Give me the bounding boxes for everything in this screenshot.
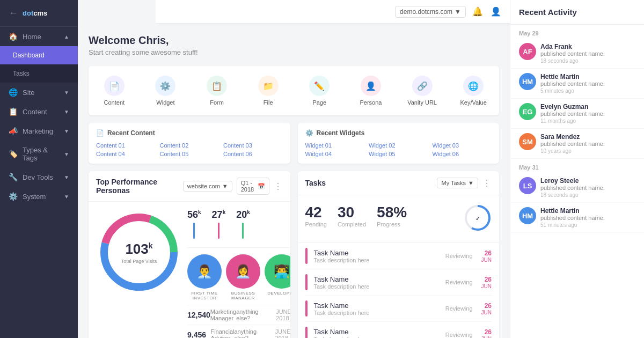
user-avatar-icon[interactable]: 👤 <box>491 6 501 17</box>
sidebar-item-home[interactable]: 🏠 Home ▲ <box>0 27 78 46</box>
task-name-2: Task Name <box>314 275 445 283</box>
ra-action-hettie2: published content name. <box>540 215 635 221</box>
sidebar-content-label: Content <box>23 108 47 116</box>
qa-form[interactable]: 📋 Form <box>191 71 243 110</box>
task-date-3: 26 JUN <box>481 302 492 315</box>
recent-widgets-card: ⚙️ Recent Widgets Widget 01 Widget 02 Wi… <box>298 123 500 164</box>
sidebar-home-label: Home <box>23 33 41 41</box>
sidebar-item-tasks[interactable]: Tasks <box>0 64 78 83</box>
domain-selector[interactable]: demo.dotcms.com ▼ <box>395 6 466 18</box>
ra-item-leroy: LS Leroy Steele published content name. … <box>510 173 644 203</box>
progress-circle: ✓ <box>464 204 492 234</box>
recent-widget-03[interactable]: Widget 03 <box>433 142 492 149</box>
recent-activity-title: Recent Activity <box>510 0 644 25</box>
tasks-filter-arrow: ▼ <box>468 180 474 186</box>
logo-area[interactable]: ← dotcms <box>0 0 78 27</box>
task-list: Task Name Task description here Reviewin… <box>298 243 500 338</box>
recent-widget-05[interactable]: Widget 05 <box>369 151 428 157</box>
ra-time-evelyn: 11 months ago <box>540 118 635 124</box>
sidebar-item-types-tags[interactable]: 🏷️ Types & Tags ▼ <box>0 141 78 167</box>
persona-row-1: 12,540 Marketing Manager anything else? … <box>187 305 290 325</box>
bar-val-3: 20k <box>236 209 250 221</box>
task-desc-4: Task description here <box>314 336 445 339</box>
task-desc-2: Task description here <box>314 283 445 290</box>
recent-content-grid: Content 01 Content 02 Content 03 Content… <box>96 142 283 157</box>
ra-name-evelyn: Evelyn Guzman <box>540 103 635 111</box>
qa-content-label: Content <box>104 99 125 106</box>
sidebar-navigation: 🏠 Home ▲ Dashboard Tasks 🌐 Site ▼ 📋 Cont… <box>0 27 78 338</box>
task-date-2: 26 JUN <box>481 276 492 289</box>
personas-more-menu[interactable]: ⋮ <box>274 181 283 192</box>
notifications-icon[interactable]: 🔔 <box>472 6 483 17</box>
ra-name-leroy: Leroy Steele <box>540 177 635 185</box>
qa-vanity-url[interactable]: 🔗 Vanity URL <box>397 71 448 110</box>
task-info-3: Task Name Task description here <box>314 302 445 316</box>
recent-content-03[interactable]: Content 03 <box>223 142 283 149</box>
persona-date-1: JUNE 2018 <box>276 308 290 321</box>
task-info-1: Task Name Task description here <box>314 249 445 263</box>
bar-visual-2 <box>218 223 219 239</box>
sidebar-item-dev-tools[interactable]: 🔧 Dev Tools ▼ <box>0 167 78 187</box>
main-area: demo.dotcms.com ▼ 🔔 👤 Welcome Chris, Sta… <box>78 0 644 338</box>
domain-arrow: ▼ <box>455 8 461 16</box>
task-info-2: Task Name Task description here <box>314 275 445 290</box>
recent-content-04[interactable]: Content 04 <box>96 151 156 157</box>
qa-file[interactable]: 📁 File <box>243 71 294 110</box>
qa-page[interactable]: ✏️ Page <box>294 71 346 110</box>
persona-row-2: 9,456 Financial Advisor anything else? J… <box>187 325 290 338</box>
persona-qa-icon: 👤 <box>361 76 381 96</box>
qa-widget[interactable]: ⚙️ Widget <box>140 71 192 110</box>
system-arrow: ▼ <box>64 194 69 200</box>
ra-action-sara: published content name. <box>540 141 635 147</box>
task-name-3: Task Name <box>314 302 445 310</box>
recent-widget-01[interactable]: Widget 01 <box>305 142 365 149</box>
task-desc-3: Task description here <box>314 310 445 316</box>
types-icon: 🏷️ <box>9 150 17 158</box>
sidebar: ← dotcms 🏠 Home ▲ Dashboard Tasks 🌐 Site… <box>0 0 78 338</box>
ra-content-leroy: Leroy Steele published content name. 18 … <box>540 177 635 198</box>
sidebar-item-site[interactable]: 🌐 Site ▼ <box>0 83 78 102</box>
ra-avatar-hettie2: HM <box>519 207 536 224</box>
recent-content-06[interactable]: Content 06 <box>223 151 283 157</box>
ra-name-sara: Sara Mendez <box>540 133 635 141</box>
task-date-month-1: JUN <box>481 257 492 263</box>
qa-persona[interactable]: 👤 Persona <box>345 71 397 110</box>
sidebar-dashboard-label: Dashboard <box>13 52 45 59</box>
quick-actions-bar: 📄 Content ⚙️ Widget 📋 Form 📁 File ✏️ Pag… <box>89 66 499 115</box>
task-date-1: 26 JUN <box>481 249 492 263</box>
back-button[interactable]: ← <box>9 8 18 19</box>
recent-widget-06[interactable]: Widget 06 <box>433 151 492 157</box>
ra-avatar-ada: AF <box>519 43 536 60</box>
sidebar-item-dashboard[interactable]: Dashboard <box>0 46 78 64</box>
stat-progress: 58% Progress <box>377 204 407 234</box>
recent-content-05[interactable]: Content 05 <box>160 151 219 157</box>
recent-content-02[interactable]: Content 02 <box>160 142 219 149</box>
tasks-more-menu[interactable]: ⋮ <box>482 178 492 188</box>
recent-content-01[interactable]: Content 01 <box>96 142 156 149</box>
bar-val-1: 56k <box>187 209 201 221</box>
sidebar-item-content[interactable]: 📋 Content ▼ <box>0 102 78 121</box>
recent-row: 📄 Recent Content Content 01 Content 02 C… <box>89 123 499 164</box>
persona-avatar-investor: 👨‍💼 FIRST TIME INVESTOR <box>187 254 222 300</box>
recent-widget-04[interactable]: Widget 04 <box>305 151 365 157</box>
personas-date-filter[interactable]: Q1 - 2018 📅 <box>237 178 269 195</box>
task-date-num-4: 26 <box>481 328 492 336</box>
stat-pending: 42 Pending <box>305 204 327 234</box>
tasks-filter[interactable]: My Tasks ▼ <box>437 178 478 188</box>
sidebar-item-marketing[interactable]: 📣 Marketing ▼ <box>0 121 78 141</box>
personas-website-filter[interactable]: website.com ▼ <box>183 181 232 192</box>
qa-key-value[interactable]: 🌐 Key/Value <box>448 71 499 110</box>
recent-widget-02[interactable]: Widget 02 <box>369 142 428 149</box>
persona-action-1: anything else? <box>236 308 265 321</box>
sidebar-site-label: Site <box>23 89 34 97</box>
persona-date-2: JUNE 2018 <box>275 328 290 338</box>
task-status-4: Reviewing <box>445 332 473 338</box>
ra-avatar-leroy: LS <box>519 177 536 194</box>
sidebar-item-system[interactable]: ⚙️ System ▼ <box>0 187 78 206</box>
recent-content-card: 📄 Recent Content Content 01 Content 02 C… <box>89 123 290 164</box>
personas-panel-controls: website.com ▼ Q1 - 2018 📅 ⋮ <box>183 178 283 195</box>
devtools-arrow: ▼ <box>64 174 69 180</box>
qa-widget-label: Widget <box>156 99 174 106</box>
tasks-panel: Tasks My Tasks ▼ ⋮ 42 Pending <box>298 171 500 338</box>
qa-content[interactable]: 📄 Content <box>89 71 140 110</box>
